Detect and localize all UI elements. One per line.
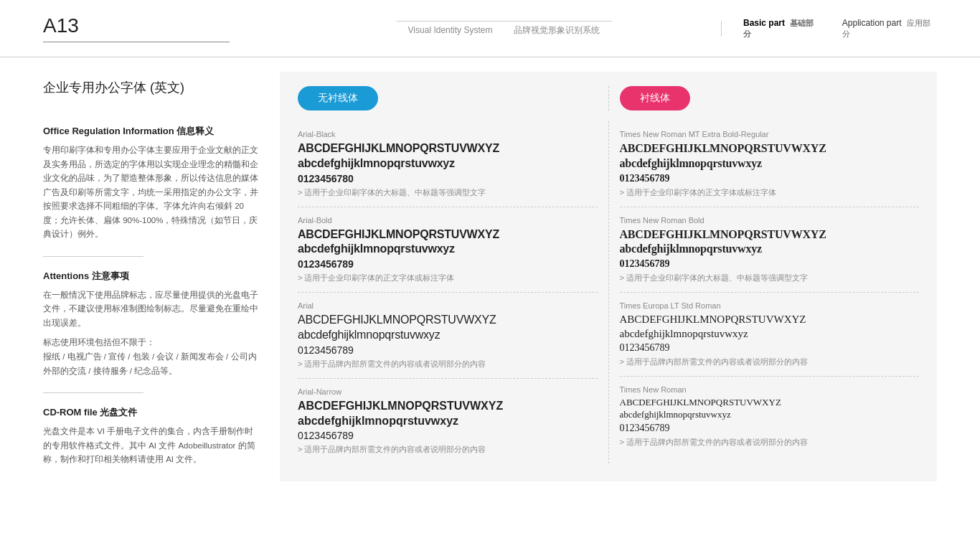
badge-serif: 衬线体 [620,86,690,110]
page-content: 企业专用办公字体 (英文) Office Regulation Informat… [0,57,980,496]
font-desc-times-roman: 适用于品牌内部所需文件的内容或者说明部分的内容 [620,437,920,448]
font-abc-times-europa-lower: abcdefghijklmnopqrstuvwxyz [620,327,920,342]
sidebar-section-2: Attentions 注意事项 在一般情况下使用品牌标志，应尽量使用提供的光盘电… [43,270,258,378]
font-name-times-extrabold: Times New Roman MT Extra Bold-Regular [620,130,920,138]
font-numbers-arial-bold: 0123456789 [298,258,598,270]
font-block-times-extrabold: Times New Roman MT Extra Bold-Regular AB… [620,121,920,207]
font-numbers-arial-black: 0123456780 [298,173,598,184]
sidebar-divider-1 [43,256,143,257]
badge-sans-serif: 无衬线体 [298,86,378,110]
page-number: A13 [43,14,230,42]
font-block-arial: Arial ABCDEFGHIJKLMNOPQRSTUVWXYZ abcdefg… [298,293,598,379]
font-desc-times-europa: 适用于品牌内部所需文件的内容或者说明部分的内容 [620,357,920,367]
font-abc-times-roman-upper: ABCDEFGHIJKLMNOPQRSTUVWXYZ [620,397,920,409]
fonts-col-serif: Times New Roman MT Extra Bold-Regular AB… [609,121,920,463]
font-name-arial-black: Arial-Black [298,130,598,138]
font-abc-arial-narrow-lower: abcdefghijklmnopqrstuvwxyz [298,414,598,429]
font-abc-times-bold-upper: ABCDEFGHIJKLMNOPQRSTUVWXYZ [620,227,920,242]
font-name-arial-bold: Arial-Bold [298,216,598,225]
font-block-arial-bold: Arial-Bold ABCDEFGHIJKLMNOPQRSTUVWXYZ ab… [298,207,598,293]
font-abc-times-europa-upper: ABCDEFGHIJKLMNOPQRSTUVWXYZ [620,313,920,327]
font-abc-times-bold-lower: abcdefghijklmnopqrstuvwxyz [620,242,920,257]
vi-system-label: Visual Identity System [408,25,493,35]
font-desc-times-extrabold: 适用于企业印刷字体的正文字体或标注字体 [620,187,920,198]
sidebar-section-2-body1: 在一般情况下使用品牌标志，应尽量使用提供的光盘电子文件，不建议使用标准制图绘制标… [43,288,258,331]
header-right: Basic part 基础部分 Application part 应用部分 [722,18,937,39]
font-numbers-times-bold: 0123456789 [620,258,920,270]
sidebar-section-3-title: CD-ROM file 光盘文件 [43,406,258,419]
font-desc-arial: 适用于品牌内部所需文件的内容或者说明部分的内容 [298,359,598,369]
header-left: A13 [43,14,308,42]
font-abc-arial-lower: abcdefghijklmnopqrstuvwxyz [298,328,598,343]
sidebar-section-2-body2: 标志使用环境包括但不限于： 报纸 / 电视广告 / 宣传 / 包装 / 会议 /… [43,336,258,378]
font-category-right: 衬线体 [609,86,920,110]
font-abc-times-extrabold-upper: ABCDEFGHIJKLMNOPQRSTUVWXYZ [620,141,920,156]
sidebar-title: 企业专用办公字体 (英文) [43,79,258,103]
font-numbers-times-roman: 0123456789 [620,423,920,434]
font-name-times-bold: Times New Roman Bold [620,216,920,225]
vi-system-cn-label: 品牌视觉形象识别系统 [514,24,600,37]
sidebar-section-3-body: 光盘文件是本 VI 手册电子文件的集合，内含手册制作时的专用软件格式文件。其中 … [43,425,258,467]
sidebar-section-2-title: Attentions 注意事项 [43,270,258,283]
font-numbers-times-europa: 0123456789 [620,342,920,354]
font-block-times-roman: Times New Roman ABCDEFGHIJKLMNOPQRSTUVWX… [620,377,920,456]
fonts-grid: Arial-Black ABCDEFGHIJKLMNOPQRSTUVWXYZ a… [298,121,919,463]
font-numbers-times-extrabold: 0123456789 [620,173,920,184]
header-center: Visual Identity System 品牌视觉形象识别系统 [308,21,722,37]
header-top-line [308,21,699,22]
font-block-times-bold: Times New Roman Bold ABCDEFGHIJKLMNOPQRS… [620,207,920,293]
fonts-col-sans: Arial-Black ABCDEFGHIJKLMNOPQRSTUVWXYZ a… [298,121,609,463]
font-desc-arial-black: 适用于企业印刷字体的大标题、中标题等强调型文字 [298,187,598,198]
font-name-times-europa: Times Europa LT Std Roman [620,301,920,310]
font-block-times-europa: Times Europa LT Std Roman ABCDEFGHIJKLMN… [620,293,920,377]
font-abc-arial-bold-upper: ABCDEFGHIJKLMNOPQRSTUVWXYZ [298,227,598,242]
font-abc-arial-bold-lower: abcdefghijklmnopqrstuvwxyz [298,242,598,257]
nav-basic[interactable]: Basic part 基础部分 [743,18,821,39]
sidebar-section-1-body: 专用印刷字体和专用办公字体主要应用于企业文献的正文及实务用品，所选定的字体用以实… [43,143,258,242]
sidebar-divider-2 [43,392,143,393]
font-name-times-roman: Times New Roman [620,385,920,394]
font-numbers-arial-narrow: 0123456789 [298,430,598,441]
page-header: A13 Visual Identity System 品牌视觉形象识别系统 Ba… [0,0,980,57]
font-desc-times-bold: 适用于企业印刷字体的大标题、中标题等强调型文字 [620,273,920,283]
font-abc-arial-black-lower: abcdefghijklmnopqrstuvwxyz [298,156,598,171]
header-center-line: Visual Identity System 品牌视觉形象识别系统 [408,24,600,37]
font-block-arial-narrow: Arial-Narrow ABCDEFGHIJKLMNOPQRSTUVWXYZ … [298,379,598,464]
font-desc-arial-bold: 适用于企业印刷字体的正文字体或标注字体 [298,273,598,283]
font-abc-arial-black-upper: ABCDEFGHIJKLMNOPQRSTUVWXYZ [298,141,598,156]
sidebar-section-1: Office Regulation Information 信息释义 专用印刷字… [43,125,258,242]
font-abc-times-extrabold-lower: abcdefghijklmnopqrstuvwxyz [620,156,920,171]
sidebar-section-1-title: Office Regulation Information 信息释义 [43,125,258,138]
font-abc-arial-upper: ABCDEFGHIJKLMNOPQRSTUVWXYZ [298,313,598,328]
font-abc-arial-narrow-upper: ABCDEFGHIJKLMNOPQRSTUVWXYZ [298,399,598,414]
font-categories: 无衬线体 衬线体 [298,86,919,110]
sidebar: 企业专用办公字体 (英文) Office Regulation Informat… [43,72,280,481]
font-abc-times-roman-lower: abcdefghijklmnopqrstuvwxyz [620,409,920,421]
font-name-arial: Arial [298,301,598,310]
font-numbers-arial: 0123456789 [298,344,598,356]
font-name-arial-narrow: Arial-Narrow [298,387,598,396]
sidebar-section-3: CD-ROM file 光盘文件 光盘文件是本 VI 手册电子文件的集合，内含手… [43,406,258,467]
main-content: 无衬线体 衬线体 Arial-Black ABCDEFGHIJKLMNOPQRS… [280,72,937,481]
font-desc-arial-narrow: 适用于品牌内部所需文件的内容或者说明部分的内容 [298,444,598,455]
nav-application[interactable]: Application part 应用部分 [842,18,937,39]
font-block-arial-black: Arial-Black ABCDEFGHIJKLMNOPQRSTUVWXYZ a… [298,121,598,207]
font-category-left: 无衬线体 [298,86,609,110]
